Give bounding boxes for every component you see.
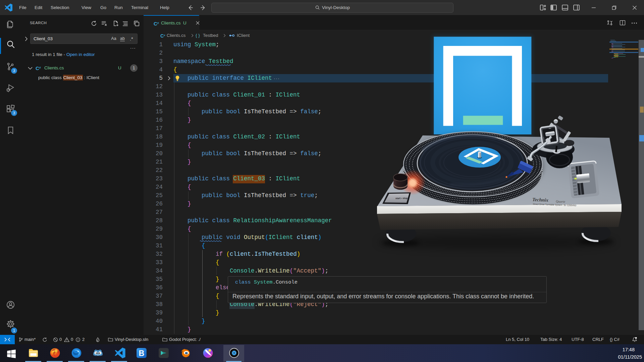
svg-text:Technix: Technix xyxy=(532,197,548,203)
svg-text:B: B xyxy=(139,349,145,358)
svg-text:Quartz: Quartz xyxy=(556,199,565,203)
